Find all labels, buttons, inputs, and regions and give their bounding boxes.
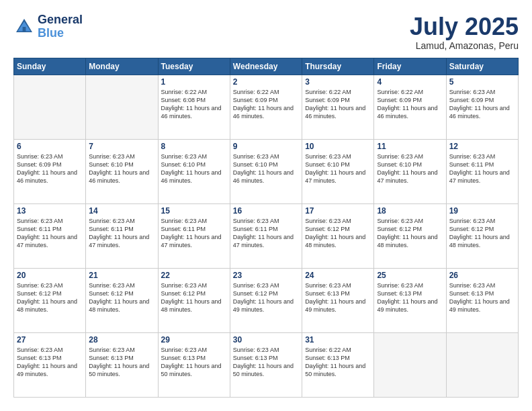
calendar-cell: 14Sunrise: 6:23 AM Sunset: 6:11 PM Dayli… — [86, 203, 158, 268]
day-number: 29 — [161, 335, 227, 345]
header: General Blue July 2025 Lamud, Amazonas, … — [13, 13, 519, 51]
calendar-cell: 16Sunrise: 6:23 AM Sunset: 6:11 PM Dayli… — [230, 203, 302, 268]
day-info: Sunrise: 6:23 AM Sunset: 6:13 PM Dayligh… — [17, 346, 83, 379]
day-header-tuesday: Tuesday — [158, 58, 230, 75]
day-number: 10 — [305, 142, 371, 151]
day-info: Sunrise: 6:23 AM Sunset: 6:12 PM Dayligh… — [89, 281, 154, 314]
calendar-cell: 23Sunrise: 6:23 AM Sunset: 6:12 PM Dayli… — [230, 268, 302, 332]
calendar-cell: 15Sunrise: 6:23 AM Sunset: 6:11 PM Dayli… — [158, 203, 230, 268]
day-info: Sunrise: 6:23 AM Sunset: 6:09 PM Dayligh… — [449, 88, 515, 121]
week-row-2: 6Sunrise: 6:23 AM Sunset: 6:09 PM Daylig… — [14, 139, 519, 203]
calendar-cell: 12Sunrise: 6:23 AM Sunset: 6:11 PM Dayli… — [446, 139, 518, 203]
day-number: 1 — [161, 77, 227, 87]
logo-line2: Blue — [38, 26, 64, 40]
calendar-cell: 21Sunrise: 6:23 AM Sunset: 6:12 PM Dayli… — [86, 268, 158, 332]
day-info: Sunrise: 6:22 AM Sunset: 6:13 PM Dayligh… — [305, 346, 371, 379]
day-info: Sunrise: 6:23 AM Sunset: 6:13 PM Dayligh… — [449, 281, 515, 314]
calendar-cell — [374, 332, 446, 397]
day-info: Sunrise: 6:23 AM Sunset: 6:10 PM Dayligh… — [377, 152, 443, 185]
day-info: Sunrise: 6:23 AM Sunset: 6:12 PM Dayligh… — [233, 281, 299, 314]
day-info: Sunrise: 6:23 AM Sunset: 6:10 PM Dayligh… — [161, 152, 227, 185]
calendar-cell: 3Sunrise: 6:22 AM Sunset: 6:09 PM Daylig… — [302, 75, 374, 139]
calendar-cell: 18Sunrise: 6:23 AM Sunset: 6:12 PM Dayli… — [374, 203, 446, 268]
calendar-cell — [14, 75, 86, 139]
svg-rect-2 — [23, 27, 26, 32]
day-info: Sunrise: 6:23 AM Sunset: 6:13 PM Dayligh… — [377, 281, 443, 314]
calendar-cell: 11Sunrise: 6:23 AM Sunset: 6:10 PM Dayli… — [374, 139, 446, 203]
day-number: 15 — [161, 206, 227, 216]
day-info: Sunrise: 6:23 AM Sunset: 6:09 PM Dayligh… — [17, 152, 83, 185]
calendar-cell: 29Sunrise: 6:23 AM Sunset: 6:13 PM Dayli… — [158, 332, 230, 397]
month-title: July 2025 — [410, 13, 519, 40]
day-info: Sunrise: 6:23 AM Sunset: 6:12 PM Dayligh… — [161, 281, 227, 314]
day-info: Sunrise: 6:22 AM Sunset: 6:08 PM Dayligh… — [161, 88, 227, 121]
day-header-monday: Monday — [86, 58, 158, 75]
calendar-header: SundayMondayTuesdayWednesdayThursdayFrid… — [14, 58, 519, 75]
week-row-3: 13Sunrise: 6:23 AM Sunset: 6:11 PM Dayli… — [14, 203, 519, 268]
day-info: Sunrise: 6:23 AM Sunset: 6:13 PM Dayligh… — [233, 346, 299, 379]
calendar-cell: 13Sunrise: 6:23 AM Sunset: 6:11 PM Dayli… — [14, 203, 86, 268]
day-number: 21 — [89, 271, 154, 280]
page: General Blue July 2025 Lamud, Amazonas, … — [0, 0, 532, 411]
logo-icon — [13, 16, 35, 38]
day-info: Sunrise: 6:23 AM Sunset: 6:10 PM Dayligh… — [305, 152, 371, 185]
day-number: 9 — [233, 142, 299, 151]
day-number: 13 — [17, 206, 83, 216]
day-number: 23 — [233, 271, 299, 280]
calendar-cell: 24Sunrise: 6:23 AM Sunset: 6:13 PM Dayli… — [302, 268, 374, 332]
day-number: 17 — [305, 206, 371, 216]
day-info: Sunrise: 6:23 AM Sunset: 6:11 PM Dayligh… — [233, 217, 299, 250]
day-number: 24 — [305, 271, 371, 280]
day-number: 27 — [17, 335, 83, 345]
week-row-5: 27Sunrise: 6:23 AM Sunset: 6:13 PM Dayli… — [14, 332, 519, 397]
day-info: Sunrise: 6:23 AM Sunset: 6:10 PM Dayligh… — [89, 152, 154, 185]
calendar-cell: 17Sunrise: 6:23 AM Sunset: 6:12 PM Dayli… — [302, 203, 374, 268]
calendar-table: SundayMondayTuesdayWednesdayThursdayFrid… — [13, 58, 519, 398]
calendar-cell: 10Sunrise: 6:23 AM Sunset: 6:10 PM Dayli… — [302, 139, 374, 203]
calendar-cell: 26Sunrise: 6:23 AM Sunset: 6:13 PM Dayli… — [446, 268, 518, 332]
day-info: Sunrise: 6:23 AM Sunset: 6:11 PM Dayligh… — [449, 152, 515, 185]
calendar-cell: 30Sunrise: 6:23 AM Sunset: 6:13 PM Dayli… — [230, 332, 302, 397]
day-number: 19 — [449, 206, 515, 216]
day-number: 14 — [89, 206, 154, 216]
calendar-cell: 31Sunrise: 6:22 AM Sunset: 6:13 PM Dayli… — [302, 332, 374, 397]
day-info: Sunrise: 6:23 AM Sunset: 6:12 PM Dayligh… — [17, 281, 83, 314]
day-number: 22 — [161, 271, 227, 280]
day-number: 6 — [17, 142, 83, 151]
logo-line1: General — [38, 13, 83, 27]
week-row-4: 20Sunrise: 6:23 AM Sunset: 6:12 PM Dayli… — [14, 268, 519, 332]
calendar-cell: 22Sunrise: 6:23 AM Sunset: 6:12 PM Dayli… — [158, 268, 230, 332]
day-number: 3 — [305, 77, 371, 87]
day-number: 5 — [449, 77, 515, 87]
day-number: 8 — [161, 142, 227, 151]
calendar-cell: 19Sunrise: 6:23 AM Sunset: 6:12 PM Dayli… — [446, 203, 518, 268]
calendar-cell: 1Sunrise: 6:22 AM Sunset: 6:08 PM Daylig… — [158, 75, 230, 139]
week-row-1: 1Sunrise: 6:22 AM Sunset: 6:08 PM Daylig… — [14, 75, 519, 139]
day-number: 20 — [17, 271, 83, 280]
day-info: Sunrise: 6:23 AM Sunset: 6:11 PM Dayligh… — [89, 217, 154, 250]
day-header-saturday: Saturday — [446, 58, 518, 75]
day-info: Sunrise: 6:23 AM Sunset: 6:11 PM Dayligh… — [17, 217, 83, 250]
day-number: 12 — [449, 142, 515, 151]
day-info: Sunrise: 6:23 AM Sunset: 6:11 PM Dayligh… — [161, 217, 227, 250]
day-number: 16 — [233, 206, 299, 216]
day-number: 30 — [233, 335, 299, 345]
day-header-friday: Friday — [374, 58, 446, 75]
calendar-cell: 9Sunrise: 6:23 AM Sunset: 6:10 PM Daylig… — [230, 139, 302, 203]
calendar-cell: 8Sunrise: 6:23 AM Sunset: 6:10 PM Daylig… — [158, 139, 230, 203]
day-number: 11 — [377, 142, 443, 151]
day-number: 25 — [377, 271, 443, 280]
calendar-cell: 25Sunrise: 6:23 AM Sunset: 6:13 PM Dayli… — [374, 268, 446, 332]
day-info: Sunrise: 6:23 AM Sunset: 6:13 PM Dayligh… — [305, 281, 371, 314]
day-number: 31 — [305, 335, 371, 345]
day-header-thursday: Thursday — [302, 58, 374, 75]
calendar-cell — [86, 75, 158, 139]
day-number: 26 — [449, 271, 515, 280]
day-info: Sunrise: 6:23 AM Sunset: 6:10 PM Dayligh… — [233, 152, 299, 185]
day-number: 4 — [377, 77, 443, 87]
day-info: Sunrise: 6:23 AM Sunset: 6:12 PM Dayligh… — [305, 217, 371, 250]
day-number: 7 — [89, 142, 154, 151]
day-info: Sunrise: 6:23 AM Sunset: 6:12 PM Dayligh… — [377, 217, 443, 250]
title-block: July 2025 Lamud, Amazonas, Peru — [410, 13, 519, 51]
calendar-cell: 6Sunrise: 6:23 AM Sunset: 6:09 PM Daylig… — [14, 139, 86, 203]
